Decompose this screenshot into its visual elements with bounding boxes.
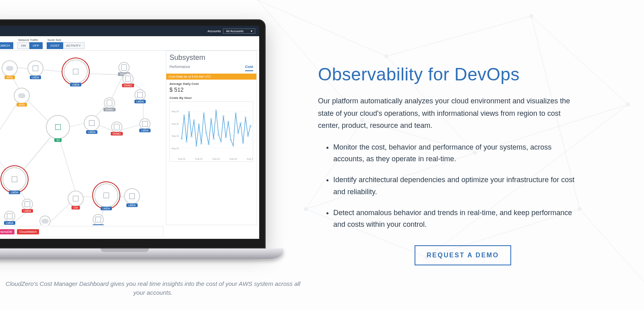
tab-cost[interactable]: Cost (245, 64, 253, 71)
node-tag: LMDA (93, 224, 104, 225)
node-alert[interactable]: LMDA (94, 183, 118, 207)
svg-text:Aug 22: Aug 22 (171, 110, 179, 113)
svg-point-54 (215, 110, 217, 111)
svg-text:Aug 22: Aug 22 (178, 158, 186, 160)
search-button[interactable]: SEARCH (0, 42, 13, 49)
node-tag: APIG (17, 103, 27, 107)
headline: Observability for DevOps (318, 64, 612, 84)
footer-tag[interactable]: DynamoDB (0, 229, 14, 234)
svg-text:Aug 22: Aug 22 (229, 158, 237, 160)
svg-point-46 (196, 145, 197, 146)
accounts-dropdown[interactable]: All Accounts (223, 29, 255, 34)
node-tag: DNMO (103, 108, 116, 111)
svg-point-44 (191, 136, 192, 138)
svg-point-55 (218, 133, 219, 135)
node-tag: DNMO (111, 132, 123, 135)
node-size-label: Node Size (47, 39, 84, 41)
svg-point-51 (208, 144, 210, 145)
avg-cost-value: $ 512 (169, 86, 253, 93)
svg-point-61 (233, 145, 234, 146)
node-tag: APIG (4, 76, 15, 79)
svg-point-56 (220, 141, 222, 142)
svg-text:Aug 22: Aug 22 (171, 147, 179, 150)
svg-point-41 (184, 115, 185, 117)
nodesize-cost-button[interactable]: COST (47, 42, 63, 49)
svg-point-48 (200, 143, 202, 144)
svg-point-52 (211, 118, 212, 120)
svg-point-68 (250, 125, 251, 127)
node-tag: LMDA (86, 130, 97, 134)
node-tag: LMDA (70, 83, 81, 86)
svg-point-57 (223, 115, 224, 117)
node-graph[interactable]: APIG APIG LMDA LMDA DNMO DNMO APIG DNMO … (0, 51, 163, 225)
bullet-item: Detect anomalous behavior and trends in … (333, 207, 576, 231)
node-tag: DNMO (122, 84, 134, 87)
svg-text:Aug 22: Aug 22 (171, 123, 179, 125)
traffic-off-button[interactable]: OFF (29, 42, 43, 49)
node-tag: LMDA (4, 221, 15, 225)
panel-title: Subsystem (169, 53, 253, 62)
laptop-mockup: Accounts All Accounts SEARCH Network Tra… (0, 0, 282, 310)
node-tag: CW (72, 206, 80, 209)
accounts-label: Accounts (208, 29, 221, 33)
costs-by-hour-label: Costs By Hour (169, 96, 253, 100)
dashboard-toolbar: SEARCH Network Traffic ON OFF Node Size (0, 36, 259, 51)
svg-point-58 (225, 136, 227, 138)
svg-point-40 (181, 138, 183, 140)
avg-cost-label: Average Daily Cost (169, 82, 253, 86)
svg-point-43 (188, 111, 190, 113)
subsystem-panel: Subsystem Performance Cost Cost Data as … (166, 51, 257, 225)
cost-data-banner: Cost Data as of 8:00 AM UTC (166, 74, 256, 80)
svg-text:Aug 22: Aug 22 (247, 158, 253, 160)
node-tag: S3 (54, 138, 62, 142)
svg-point-59 (227, 121, 229, 123)
bullet-item: Identify architectural dependencies and … (333, 174, 576, 198)
node-tag: LMDA (126, 203, 138, 207)
svg-point-42 (186, 141, 188, 142)
dashboard-top-bar: Accounts All Accounts (0, 26, 259, 36)
node-tag: LMDA (22, 209, 33, 213)
node-tag: LMDA (30, 76, 41, 79)
nodesize-activity-button[interactable]: ACTIVITY (63, 42, 85, 49)
svg-text:Aug 22: Aug 22 (171, 135, 179, 137)
footer-tag[interactable]: CloudWatch (17, 229, 39, 234)
svg-text:Aug 22: Aug 22 (212, 158, 220, 160)
svg-point-67 (247, 135, 249, 137)
svg-line-15 (111, 75, 123, 100)
node-alert[interactable]: LMDA (2, 167, 27, 191)
node-tag: LMDA (139, 129, 151, 132)
node-tag: LMDA (134, 100, 146, 103)
svg-point-53 (213, 138, 215, 140)
svg-point-62 (235, 113, 237, 114)
node-alert[interactable]: LMDA (64, 60, 88, 84)
node-s3[interactable]: S3 (46, 115, 70, 139)
svg-point-50 (206, 132, 207, 134)
svg-point-64 (240, 123, 242, 124)
traffic-on-button[interactable]: ON (17, 42, 29, 49)
node-tag: LMDA (9, 191, 20, 194)
cloud-icon (41, 219, 49, 224)
dashboard-screen: Accounts All Accounts SEARCH Network Tra… (0, 26, 259, 239)
marketing-copy: Observability for DevOps Our platform au… (282, 0, 644, 310)
svg-point-49 (203, 113, 205, 114)
image-caption: CloudZero's Cost Manager Dashboard gives… (0, 279, 306, 297)
tab-performance[interactable]: Performance (169, 64, 190, 71)
svg-point-60 (230, 139, 232, 141)
bullet-item: Monitor the cost, behavior and performan… (333, 142, 576, 165)
footer-tag-bar: DynamoDB CloudWatch (0, 226, 163, 237)
svg-point-47 (198, 124, 200, 125)
request-demo-button[interactable]: REQUEST A DEMO (415, 245, 511, 265)
network-traffic-label: Network Traffic (17, 39, 43, 41)
cloud-icon (18, 93, 25, 98)
svg-text:Aug 22: Aug 22 (195, 158, 203, 160)
cloud-icon (6, 66, 13, 71)
svg-point-63 (237, 132, 239, 134)
svg-point-66 (245, 117, 246, 119)
svg-point-65 (242, 142, 244, 144)
svg-point-45 (193, 120, 195, 121)
node-tag: LMDA (101, 207, 112, 210)
costs-by-hour-chart: Aug 22Aug 22Aug 22Aug 22Aug 22Aug 22Aug … (169, 101, 253, 162)
lead-paragraph: Our platform automatically analyzes your… (318, 95, 576, 132)
